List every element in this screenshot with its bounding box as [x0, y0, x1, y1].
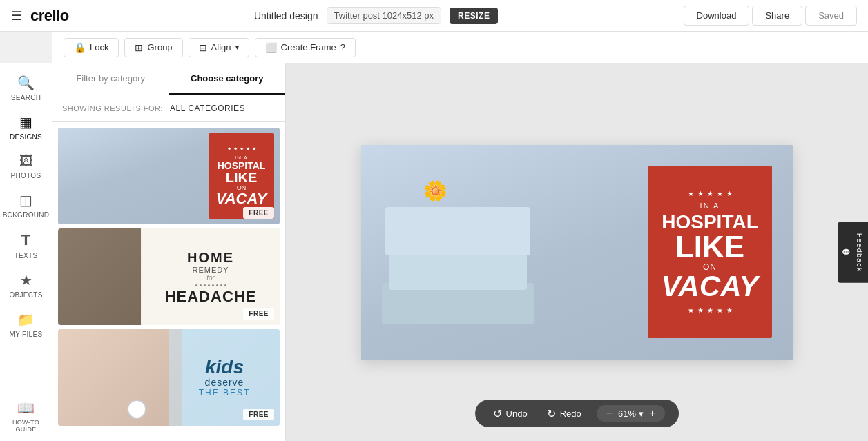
- star-icon: ★: [697, 306, 704, 314]
- lock-button[interactable]: 🔒 Lock: [64, 38, 119, 57]
- menu-icon[interactable]: ☰: [11, 8, 22, 23]
- zoom-in-button[interactable]: +: [646, 407, 658, 420]
- showing-label: SHOWING RESULTS FOR:: [62, 104, 163, 112]
- zoom-out-button[interactable]: −: [604, 407, 615, 420]
- star-icon: ★: [227, 146, 231, 152]
- sidebar-photos-label: PHOTOS: [11, 172, 41, 179]
- free-badge: FREE: [243, 207, 274, 219]
- card2-for: for: [206, 274, 215, 282]
- undo-icon: ↺: [493, 407, 502, 420]
- designs-panel: Filter by category Choose category SHOWI…: [52, 63, 286, 441]
- sidebar-item-my-files[interactable]: 📁 MY FILES: [4, 306, 48, 344]
- star-icon: ★: [717, 190, 723, 197]
- star-icon: ★: [707, 306, 713, 314]
- help-icon: ?: [340, 42, 345, 52]
- topbar-right: Download Share Saved: [684, 6, 857, 26]
- group-button[interactable]: ⊞ Group: [124, 38, 182, 57]
- sidebar-icons: 🔍 SEARCH ▦ DESIGNS 🖼 PHOTOS ◫ BCKGROUND …: [0, 63, 52, 441]
- saved-button[interactable]: Saved: [805, 6, 857, 26]
- card2-home: HOME: [187, 250, 234, 266]
- canvas-content: 🌼 ★ ★ ★ ★ ★ IN A HOSPITAL LIKE ON VACAY: [361, 145, 793, 360]
- card3-person: [58, 329, 182, 426]
- background-icon: ◫: [19, 192, 32, 208]
- sidebar-item-search[interactable]: 🔍 SEARCH: [4, 69, 48, 107]
- canvas-stars-top: ★ ★ ★ ★ ★: [688, 190, 733, 197]
- design-card-hospital-vacay[interactable]: ★ ★ ★ ★ ★ IN A HOSPITAL LIKE ON VACAY FR…: [58, 128, 280, 224]
- free-badge: FREE: [243, 409, 274, 420]
- texts-icon: T: [21, 231, 30, 249]
- share-button[interactable]: Share: [752, 6, 802, 26]
- resize-button[interactable]: RESIZE: [450, 8, 498, 24]
- canvas-in-a: IN A: [700, 202, 720, 210]
- feedback-label: Feedback: [856, 233, 864, 271]
- card1-text-box: ★ ★ ★ ★ ★ IN A HOSPITAL LIKE ON VACAY: [209, 133, 274, 219]
- star-icon: ★: [688, 190, 694, 197]
- topbar-center: Untitled design Twitter post 1024x512 px…: [75, 7, 678, 24]
- lock-icon: 🔒: [74, 42, 86, 53]
- sidebar-item-objects[interactable]: ★ OBJECTS: [4, 266, 48, 304]
- card2-remedy: REMEDY: [192, 266, 229, 274]
- redo-button[interactable]: ↻ Redo: [543, 406, 586, 422]
- panel-tabs: Filter by category Choose category: [52, 63, 285, 95]
- howto-icon: 📖: [17, 400, 35, 416]
- star-icon: ★: [688, 306, 694, 314]
- card1-like: LIKE: [226, 170, 258, 184]
- align-button[interactable]: ⊟ Align: [189, 38, 249, 57]
- card3-the-best: THE BEST: [199, 388, 251, 398]
- card1-vacay: VACAY: [216, 191, 267, 206]
- card3-deserve: deserve: [205, 377, 244, 388]
- sidebar-my-files-label: MY FILES: [10, 331, 43, 338]
- sidebar-item-texts[interactable]: T TEXTS: [4, 226, 48, 265]
- tab-choose-category[interactable]: Choose category: [169, 63, 286, 95]
- logo[interactable]: crello: [30, 7, 69, 25]
- card2-headache: HEADACHE: [165, 289, 257, 304]
- design-card-kids-deserve[interactable]: kids deserve THE BEST FREE: [58, 329, 280, 426]
- star-icon: ★: [240, 146, 244, 152]
- main-area: 🔍 SEARCH ▦ DESIGNS 🖼 PHOTOS ◫ BCKGROUND …: [0, 63, 868, 441]
- toolbar: 🔒 Lock ⊞ Group ⊟ Align ⬜ Create Frame ?: [52, 32, 868, 63]
- create-frame-label: Create Frame: [281, 42, 336, 52]
- designs-grid: ★ ★ ★ ★ ★ IN A HOSPITAL LIKE ON VACAY FR…: [52, 122, 285, 441]
- redo-icon: ↻: [547, 407, 556, 420]
- tab-filter[interactable]: Filter by category: [52, 63, 169, 95]
- sidebar-item-designs[interactable]: ▦ DESIGNS: [4, 108, 48, 146]
- star-icon: ★: [246, 146, 250, 152]
- group-icon: ⊞: [135, 42, 143, 53]
- design-title: Untitled design: [254, 10, 318, 21]
- create-frame-button[interactable]: ⬜ Create Frame ?: [255, 38, 356, 57]
- redo-label: Redo: [560, 409, 581, 419]
- design-card-home-remedy[interactable]: HOME REMEDY for HEADACHE FREE: [58, 228, 280, 325]
- my-files-icon: 📁: [17, 311, 35, 328]
- panel-filter-bar: SHOWING RESULTS FOR: All Categories: [52, 95, 285, 122]
- feedback-sidebar[interactable]: Feedback 💬: [838, 222, 868, 282]
- photos-icon: 🖼: [19, 153, 33, 169]
- card3-logo: [127, 400, 146, 419]
- download-button[interactable]: Download: [684, 6, 750, 26]
- sidebar-item-howto[interactable]: 📖 HOW-TO GUIDE: [4, 394, 48, 441]
- sidebar-item-background[interactable]: ◫ BCKGROUND: [4, 186, 48, 224]
- feedback-icon: 💬: [842, 248, 850, 256]
- star-icon: ★: [697, 190, 704, 197]
- flower-decoration: 🌼: [423, 179, 447, 202]
- card3-kids: kids: [205, 357, 244, 377]
- card2-dots: [195, 284, 226, 286]
- canvas-red-box: ★ ★ ★ ★ ★ IN A HOSPITAL LIKE ON VACAY ★ …: [648, 166, 772, 338]
- undo-label: Undo: [506, 409, 528, 419]
- align-icon: ⊟: [199, 42, 207, 53]
- sidebar-designs-label: DESIGNS: [10, 133, 42, 141]
- sidebar-background-label: BCKGROUND: [3, 211, 50, 219]
- zoom-control[interactable]: − 61% ▾ +: [597, 405, 666, 422]
- star-icon: ★: [707, 190, 713, 197]
- canvas-area: 🌼 ★ ★ ★ ★ ★ IN A HOSPITAL LIKE ON VACAY: [286, 63, 868, 441]
- canvas-wrapper[interactable]: 🌼 ★ ★ ★ ★ ★ IN A HOSPITAL LIKE ON VACAY: [361, 145, 793, 360]
- zoom-arrow-icon: ▾: [639, 409, 644, 419]
- frame-icon: ⬜: [265, 42, 277, 53]
- sidebar-item-photos[interactable]: 🖼 PHOTOS: [4, 148, 48, 185]
- zoom-level: 61%: [618, 409, 636, 419]
- star-icon: ★: [726, 190, 733, 197]
- bottom-bar: ↺ Undo ↻ Redo − 61% ▾ +: [475, 400, 679, 427]
- undo-button[interactable]: ↺ Undo: [489, 406, 532, 422]
- topbar-left: ☰ crello: [11, 7, 69, 25]
- card2-person: [58, 228, 141, 325]
- showing-results-row: SHOWING RESULTS FOR: All Categories: [62, 104, 276, 113]
